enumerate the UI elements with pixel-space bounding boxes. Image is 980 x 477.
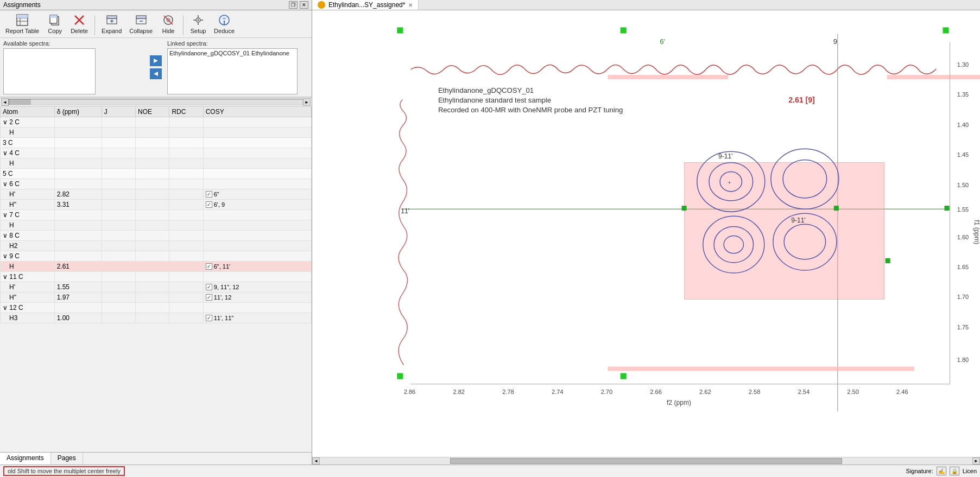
win-restore-btn[interactable]: ❐ — [289, 1, 298, 9]
peak-label-6prime: 6' — [660, 37, 665, 46]
bottom-trace-highlight — [608, 366, 914, 371]
svg-text:2.50: 2.50 — [847, 389, 859, 395]
svg-text:2.54: 2.54 — [798, 389, 810, 395]
table-row: H" 1.97 ✓ 11', 12 — [1, 292, 312, 303]
tab-bar-top: Ethylindan...SY_assigned* ✕ — [312, 0, 980, 10]
hscroll-right-btn[interactable]: ► — [972, 457, 980, 465]
ppm-cell: 1.00 — [54, 313, 102, 323]
ppm-cell: 1.97 — [54, 292, 102, 303]
atom-cell: H — [1, 262, 55, 272]
svg-text:1.75: 1.75 — [957, 324, 969, 330]
col-ppm: δ (ppm) — [54, 107, 102, 117]
available-spectra-list[interactable] — [3, 48, 96, 94]
collapse-button[interactable]: Collapse — [127, 12, 155, 35]
expand-button[interactable]: Expand — [99, 12, 124, 35]
svg-rect-4 — [17, 15, 28, 18]
svg-text:2.74: 2.74 — [552, 389, 564, 395]
cosy-check: ✓ 11', 11" — [206, 315, 309, 321]
table-row: H — [1, 158, 312, 169]
crosshair-marker — [944, 206, 949, 211]
green-marker — [397, 373, 403, 379]
atom-cell: ∨ 7 C — [1, 210, 55, 220]
table-scroll-wrap[interactable]: Atom δ (ppm) J NOE RDC COSY ∨ 2 C — [0, 106, 312, 452]
delete-icon — [73, 14, 86, 27]
atom-cell: H' — [1, 282, 55, 292]
hscroll-thumb[interactable] — [450, 458, 842, 464]
deduce-icon — [218, 14, 231, 27]
ppm-cell: 2.82 — [54, 189, 102, 200]
setup-button[interactable]: Setup — [188, 12, 208, 35]
spectrum-tab-close[interactable]: ✕ — [408, 2, 413, 8]
available-spectra-label: Available spectra: — [3, 40, 144, 47]
available-spectra-col: Available spectra: — [3, 40, 144, 94]
hide-icon — [162, 14, 175, 27]
spectrum-tab[interactable]: Ethylindan...SY_assigned* ✕ — [312, 0, 419, 10]
tab-pages[interactable]: Pages — [51, 453, 83, 465]
hide-label: Hide — [162, 28, 175, 34]
deduce-label: Deduce — [214, 28, 235, 34]
spectrum-hscroll[interactable]: ◄ ► — [312, 457, 980, 465]
annotation-line3: Recorded on 400-MR with OneNMR probe and… — [438, 106, 623, 114]
col-cosy: COSY — [203, 107, 311, 117]
hscroll-left-btn[interactable]: ◄ — [1, 98, 9, 106]
tabs-bar: Assignments Pages — [0, 452, 312, 465]
atom-cell: 3 C — [1, 138, 55, 148]
svg-text:2.70: 2.70 — [601, 389, 613, 395]
left-panel-title: Assignments — [3, 1, 41, 9]
svg-rect-11 — [107, 16, 117, 18]
delete-button[interactable]: Delete — [68, 12, 90, 35]
deduce-button[interactable]: Deduce — [212, 12, 237, 35]
table-row: ∨ 11 C — [1, 272, 312, 282]
signature-icon-2[interactable]: 🔒 — [950, 467, 959, 475]
table-row: H2 — [1, 241, 312, 251]
spectra-hscroll: ◄ ► — [0, 97, 312, 106]
table-row: ∨ 12 C — [1, 303, 312, 313]
crosshair-marker — [886, 258, 890, 263]
linked-spectra-label: Linked spectra: — [167, 40, 308, 47]
atom-cell: H" — [1, 292, 55, 303]
cosy-check: ✓ 6', 9 — [206, 201, 309, 208]
table-row: H3 1.00 ✓ 11', 11" — [1, 313, 312, 323]
atom-cell: H' — [1, 189, 55, 200]
atom-cell: ∨ 8 C — [1, 231, 55, 241]
atom-cell: 5 C — [1, 169, 55, 179]
hscroll-left-btn[interactable]: ◄ — [312, 457, 320, 465]
spectra-area: Available spectra: Linked spectra: Ethyl… — [0, 38, 312, 97]
svg-text:2.58: 2.58 — [749, 389, 761, 395]
delete-label: Delete — [71, 28, 88, 34]
hscroll-track[interactable] — [9, 99, 303, 105]
svg-marker-30 — [154, 72, 158, 76]
move-right-button[interactable] — [150, 55, 162, 66]
table-row: 3 C — [1, 138, 312, 148]
spectra-arrow-buttons — [149, 40, 163, 94]
linked-spectra-list[interactable]: Ethylindanone_gDQCOSY_01 Ethylindanone — [167, 48, 298, 94]
svg-rect-7 — [50, 15, 57, 18]
hscroll-track[interactable] — [320, 457, 972, 465]
hide-button[interactable]: Hide — [158, 12, 179, 35]
report-table-button[interactable]: Report Table — [3, 12, 41, 35]
win-close-btn[interactable]: ✕ — [300, 1, 308, 9]
ppm-cell: 2.61 — [54, 262, 102, 272]
ppm-cell: 1.55 — [54, 282, 102, 292]
hscroll-right-btn[interactable]: ► — [303, 98, 311, 106]
tab-assignments[interactable]: Assignments — [0, 453, 51, 465]
svg-text:f2 (ppm): f2 (ppm) — [667, 399, 691, 406]
col-j: J — [102, 107, 135, 117]
copy-button[interactable]: Copy — [45, 12, 65, 35]
spectrum-view[interactable]: Ethylindanone_gDQCOSY_01 Ethylindanone s… — [312, 10, 980, 457]
top-trace-highlight — [608, 75, 728, 79]
cosy-check: ✓ 6", 11' — [206, 263, 309, 270]
hscroll-thumb[interactable] — [9, 99, 31, 105]
assignment-table: Atom δ (ppm) J NOE RDC COSY ∨ 2 C — [0, 106, 312, 323]
svg-text:1.70: 1.70 — [957, 294, 969, 300]
table-row: ∨ 2 C — [1, 117, 312, 128]
spectrum-tab-label: Ethylindan...SY_assigned* — [328, 1, 405, 9]
table-row: ∨ 9 C — [1, 251, 312, 262]
atom-cell: H" — [1, 200, 55, 210]
move-left-button[interactable] — [150, 68, 162, 79]
signature-icon-1[interactable]: ✍ — [937, 467, 946, 475]
collapse-label: Collapse — [129, 28, 153, 34]
contour-plus: + — [728, 179, 731, 186]
svg-text:1.80: 1.80 — [957, 357, 969, 363]
green-marker — [397, 27, 403, 33]
